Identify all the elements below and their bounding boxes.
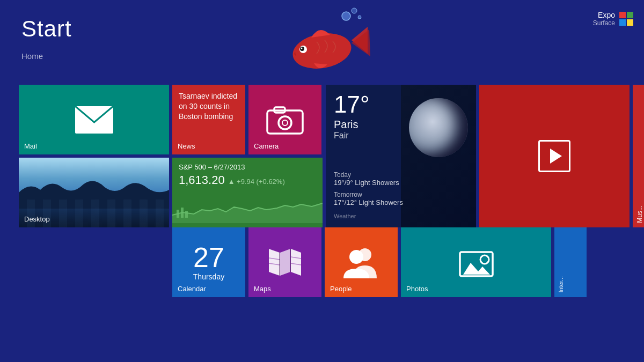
svg-rect-16 bbox=[181, 208, 184, 218]
col-3-row2: People Photos bbox=[325, 227, 551, 297]
video-tile[interactable] bbox=[479, 85, 630, 227]
mail-label: Mail bbox=[24, 142, 37, 150]
svg-marker-19 bbox=[280, 249, 290, 276]
weather-tomorrow-label: Tomorrow bbox=[334, 191, 471, 198]
col-4-row2: Inter... bbox=[554, 227, 587, 297]
svg-rect-15 bbox=[177, 210, 179, 218]
svg-point-0 bbox=[342, 12, 350, 20]
svg-marker-18 bbox=[269, 249, 280, 276]
people-tile[interactable]: People bbox=[325, 227, 398, 297]
maps-label: Maps bbox=[254, 285, 271, 293]
svg-marker-20 bbox=[291, 249, 301, 276]
user-avatar-tiles bbox=[619, 12, 633, 26]
news-label: News bbox=[178, 142, 195, 150]
music-label: Mus... bbox=[636, 205, 643, 223]
svg-point-1 bbox=[352, 8, 357, 13]
stock-chart bbox=[172, 199, 323, 223]
finance-tile[interactable]: S&P 500 – 6/27/2013 1,613.20 ▲ +9.94 (+0… bbox=[172, 158, 323, 227]
svg-point-2 bbox=[358, 16, 361, 19]
news-tile[interactable]: Tsarnaev indicted on 30 counts in Boston… bbox=[172, 85, 245, 154]
internet-label: Inter... bbox=[558, 276, 564, 293]
weather-label: Weather bbox=[334, 213, 471, 219]
svg-marker-5 bbox=[352, 29, 370, 56]
weather-tile[interactable]: 17° Paris Fair Today 19°/9° Light Shower… bbox=[326, 85, 476, 227]
finance-stock: S&P 500 – 6/27/2013 bbox=[179, 163, 316, 171]
svg-point-7 bbox=[300, 47, 304, 51]
calendar-day: Thursday bbox=[193, 272, 224, 281]
play-button bbox=[538, 140, 570, 172]
calendar-tile[interactable]: 27 Thursday Calendar bbox=[172, 227, 245, 297]
home-label: Home bbox=[21, 51, 72, 61]
moon bbox=[409, 98, 468, 157]
camera-icon bbox=[266, 105, 304, 135]
svg-point-3 bbox=[290, 29, 354, 73]
tiles-area: Mail Desktop bbox=[19, 85, 644, 297]
camera-tile[interactable]: Camera bbox=[248, 85, 321, 154]
svg-point-30 bbox=[480, 255, 489, 264]
desktop-label: Desktop bbox=[24, 215, 50, 223]
fish-decoration bbox=[268, 5, 376, 91]
col-4 bbox=[479, 85, 630, 227]
internet-tile[interactable]: Inter... bbox=[554, 227, 587, 297]
weather-today-label: Today bbox=[334, 171, 471, 179]
col-2: Tsarnaev indicted on 30 counts in Boston… bbox=[172, 85, 323, 227]
user-device: Surface bbox=[593, 19, 615, 27]
finance-value: 1,613.20 bbox=[179, 173, 225, 187]
svg-point-13 bbox=[282, 120, 288, 125]
svg-point-12 bbox=[279, 116, 291, 129]
play-triangle bbox=[550, 149, 562, 164]
col-1: Mail Desktop bbox=[19, 85, 169, 227]
mail-tile[interactable]: Mail bbox=[19, 85, 169, 154]
col-5: Mus... bbox=[633, 85, 644, 227]
weather-city: Paris bbox=[334, 119, 401, 131]
people-label: People bbox=[330, 285, 352, 293]
finance-change: ▲ +9.94 (+0.62%) bbox=[228, 178, 285, 186]
col-2-row2: 27 Thursday Calendar bbox=[172, 227, 321, 297]
camera-label: Camera bbox=[254, 142, 279, 150]
photos-icon bbox=[459, 248, 494, 277]
user-name: Expo bbox=[593, 11, 615, 19]
people-icon bbox=[342, 246, 380, 278]
col-3: 17° Paris Fair Today 19°/9° Light Shower… bbox=[326, 85, 476, 227]
weather-condition: Fair bbox=[334, 131, 401, 141]
svg-marker-4 bbox=[352, 27, 368, 54]
photos-label: Photos bbox=[406, 285, 428, 293]
weather-temp: 17° bbox=[334, 93, 401, 116]
svg-point-8 bbox=[301, 48, 303, 49]
svg-point-6 bbox=[299, 46, 307, 53]
calendar-label: Calendar bbox=[178, 285, 206, 293]
calendar-number: 27 bbox=[193, 243, 224, 271]
mail-icon bbox=[74, 105, 114, 135]
start-title: Start bbox=[21, 16, 72, 42]
news-headline: Tsarnaev indicted on 30 counts in Boston… bbox=[179, 91, 239, 122]
music-tile[interactable]: Mus... bbox=[633, 85, 644, 227]
svg-point-28 bbox=[349, 250, 363, 264]
weather-tomorrow-forecast: 17°/12° Light Showers bbox=[334, 198, 471, 206]
desktop-tile[interactable]: Desktop bbox=[19, 158, 169, 227]
svg-rect-17 bbox=[185, 211, 188, 218]
photos-tile[interactable]: Photos bbox=[401, 227, 551, 297]
user-info[interactable]: Expo Surface bbox=[593, 11, 633, 27]
maps-icon bbox=[266, 246, 304, 278]
maps-tile[interactable]: Maps bbox=[248, 227, 321, 297]
weather-today-forecast: 19°/9° Light Showers bbox=[334, 179, 471, 187]
